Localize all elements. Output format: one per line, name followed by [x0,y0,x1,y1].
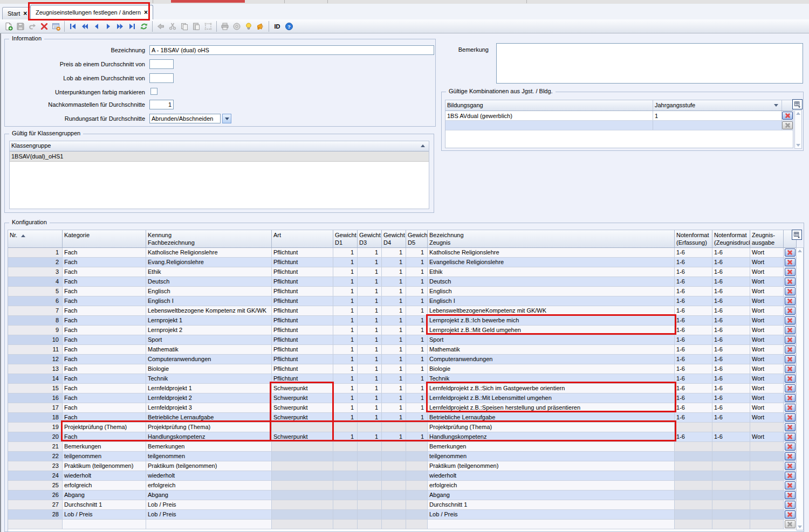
cell-ausgabe[interactable]: Wort [750,306,784,316]
cell-g3[interactable]: 1 [406,432,428,442]
copy-button[interactable] [179,20,190,32]
cell-bezeichnung[interactable]: Technik [428,374,675,384]
cell-erfassung[interactable]: 1-6 [675,316,712,326]
cell-erfassung[interactable]: 1-6 [675,306,712,316]
cell-g3[interactable]: 1 [406,306,428,316]
column-header-klassengruppe[interactable]: Klassengruppe [10,141,429,151]
cell-kategorie[interactable]: Fach [63,287,146,296]
nav-fast-next-button[interactable] [114,20,126,32]
cell-kategorie[interactable]: Fach [63,384,146,393]
cell-ausgabe[interactable]: Wort [750,258,784,267]
cell-art[interactable]: Schwerpunkt [272,403,333,413]
cell-bezeichnung[interactable]: Katholische Religionslehre [428,248,675,258]
cell-erfassung[interactable]: 1-6 [675,403,712,413]
export-disc-button[interactable] [231,20,243,32]
cell-g1[interactable]: 1 [358,267,382,277]
cell-art[interactable]: Pflichtunt [272,316,333,326]
delete-row-button[interactable] [785,433,796,441]
cell-erfassung[interactable]: 1-6 [675,287,712,296]
cell-g2[interactable]: 1 [382,393,406,403]
cell-kennung[interactable]: Lernfeldprojekt 2 [146,393,272,403]
cell-ausgabe[interactable]: Wort [750,335,784,345]
cell-kennung[interactable]: Englisch I [146,296,272,306]
cell-g3[interactable]: 1 [406,413,428,423]
cell-bezeichnung[interactable]: Lernfeldprojekt z.B.:Sich im Gastgewerbe… [428,384,675,393]
cell-zeugnisdruck[interactable]: 1-6 [712,355,750,364]
cell-g2[interactable]: 1 [382,316,406,326]
cell-zeugnisdruck[interactable]: 1-6 [712,296,750,306]
cell-kategorie[interactable]: Fach [63,432,146,442]
cell-g0[interactable]: 1 [333,296,358,306]
cell-art[interactable]: Pflichtunt [272,248,333,258]
cell-g1[interactable]: 1 [358,306,382,316]
cell-bezeichnung[interactable]: erfolgreich [428,481,675,490]
cell-ausgabe[interactable]: Wort [750,316,784,326]
cell-zeugnisdruck[interactable]: 1-6 [712,364,750,374]
cell-g1[interactable]: 1 [358,432,382,442]
cell-g1[interactable]: 1 [358,355,382,364]
delete-row-button[interactable] [785,491,796,499]
cell-g1[interactable]: 1 [358,248,382,258]
cell-g3[interactable]: 1 [406,345,428,355]
cell-kennung[interactable]: Lernprojekt 2 [146,326,272,335]
scroll-up-icon[interactable] [796,112,800,115]
delete-row-button[interactable] [785,336,796,344]
cell-erfassung[interactable]: 1-6 [675,267,712,277]
cell-ausgabe[interactable]: Wort [750,384,784,393]
cell-zeugnisdruck[interactable]: 1-6 [712,393,750,403]
delete-row-button[interactable] [785,268,796,276]
cell-bezeichnung[interactable]: Sport [428,335,675,345]
delete-row-button[interactable] [785,375,796,383]
cell-kennung[interactable]: Handlungskompetenz [146,432,272,442]
cell-ausgabe[interactable]: Wort [750,374,784,384]
cell-erfassung[interactable]: 1-6 [675,384,712,393]
cell-kennung[interactable]: Lob / Preis [146,500,272,510]
select-region-button[interactable] [202,20,214,32]
save-button[interactable] [15,20,26,32]
delete-row-button[interactable] [785,452,796,460]
cell-art[interactable]: Pflichtunt [272,355,333,364]
tab-start[interactable]: Start× [2,7,32,19]
cell-kategorie[interactable]: Fach [63,335,146,345]
delete-row-button[interactable] [785,316,796,324]
cell-g2[interactable]: 1 [382,413,406,423]
kombinationen-scrollbar[interactable] [794,110,802,149]
cell-kategorie[interactable]: Fach [63,296,146,306]
cell-g3[interactable]: 1 [406,355,428,364]
klassengruppen-header-row[interactable]: Klassengruppe [10,141,429,151]
cell-ausgabe[interactable]: Wort [750,355,784,364]
cell-bezeichnung[interactable]: Lernprojekt z.B.:Ich bewerbe mich [428,316,675,326]
cell-g0[interactable]: 1 [333,403,358,413]
cell-g1[interactable]: 1 [358,326,382,335]
cell-g3[interactable]: 1 [406,248,428,258]
cell-zeugnisdruck[interactable]: 1-6 [712,258,750,267]
new-record-button[interactable] [3,20,15,32]
cell-erfassung[interactable]: 1-6 [675,258,712,267]
cell-g0[interactable]: 1 [333,393,358,403]
cell-kennung[interactable]: Projektprüfung (Thema) [146,423,272,432]
cell-g2[interactable]: 1 [382,287,406,296]
klassengruppe-row[interactable]: 1BSAV(dual)_oHS1 [10,151,429,162]
cell-zeugnisdruck[interactable]: 1-6 [712,374,750,384]
delete-row-button[interactable] [785,346,796,354]
delete-row-button[interactable] [785,355,796,363]
cell-kennung[interactable]: Biologie [146,364,272,374]
tip-bulb-button[interactable] [243,20,255,32]
konfiguration-column-chooser-button[interactable] [792,230,802,240]
cell-g2[interactable]: 1 [382,432,406,442]
cell-art[interactable]: Pflichtunt [272,277,333,287]
cell-zeugnisdruck[interactable]: 1-6 [712,267,750,277]
cell-kategorie[interactable]: Fach [63,393,146,403]
column-header-gewichtd4[interactable]: GewichtD4 [382,230,406,248]
cell-g2[interactable]: 1 [382,384,406,393]
cell-kategorie[interactable]: Fach [63,258,146,267]
cell-kennung[interactable]: Lob / Preis [146,510,272,520]
cell-g0[interactable]: 1 [333,326,358,335]
cell-g3[interactable]: 1 [406,384,428,393]
cell-g1[interactable]: 1 [358,287,382,296]
delete-row-button-disabled[interactable] [782,121,793,129]
cell-bezeichnung[interactable]: Durchschnitt 1 [428,500,675,510]
cell-kennung[interactable]: Ethik [146,267,272,277]
cell-zeugnisdruck[interactable]: 1-6 [712,316,750,326]
cell-bezeichnung[interactable] [428,520,675,529]
